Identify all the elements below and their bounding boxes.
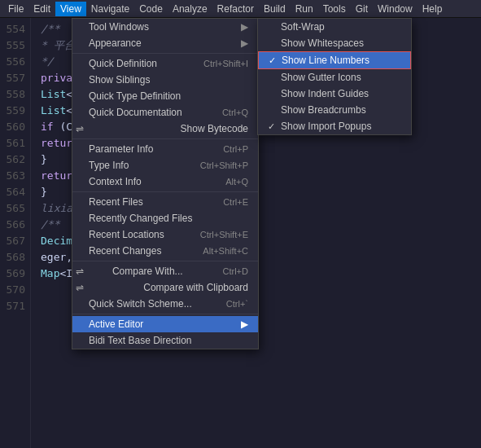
menu-item-compare-clipboard[interactable]: ⇌ Compare with Clipboard [72, 279, 258, 296]
menu-file[interactable]: File [3, 2, 28, 16]
recently-changed-label: Recently Changed Files [89, 213, 192, 224]
bytecode-icon: ⇌ [76, 123, 89, 134]
menu-item-parameter-info[interactable]: Parameter Info Ctrl+P [72, 141, 258, 157]
menu-item-recent-changes[interactable]: Recent Changes Alt+Shift+C [72, 243, 258, 259]
menu-analyze[interactable]: Analyze [168, 2, 212, 16]
parameter-info-label: Parameter Info [89, 143, 153, 155]
menu-navigate[interactable]: Navigate [86, 2, 134, 16]
show-import-popups-label: Show Import Popups [281, 121, 371, 132]
menu-item-tool-windows[interactable]: Tool Windows ▶ [72, 19, 258, 35]
menu-item-quick-doc[interactable]: Quick Documentation Ctrl+Q [72, 104, 258, 121]
submenu-show-indent-guides[interactable]: Show Indent Guides [258, 86, 411, 102]
context-info-label: Context Info [89, 176, 142, 187]
show-gutter-icons-check [268, 72, 281, 82]
tool-windows-label: Tool Windows [89, 21, 149, 33]
active-editor-submenu: Soft-Wrap Show Whitespaces ✓ Show Line N… [257, 18, 412, 135]
separator [72, 138, 258, 139]
submenu-show-gutter-icons[interactable]: Show Gutter Icons [258, 69, 411, 86]
show-line-numbers-check: ✓ [269, 55, 282, 66]
quick-definition-shortcut: Ctrl+Shift+I [203, 59, 248, 68]
recent-changes-shortcut: Alt+Shift+C [203, 246, 248, 256]
separator [72, 53, 258, 54]
submenu-show-line-numbers[interactable]: ✓ Show Line Numbers [258, 51, 411, 69]
separator [72, 314, 258, 314]
menu-view[interactable]: View [55, 2, 86, 16]
compare-clipboard-icon: ⇌ [76, 282, 89, 293]
menubar: File Edit View Navigate Code Analyze Ref… [0, 0, 481, 18]
compare-clipboard-label: Compare with Clipboard [143, 282, 248, 293]
menu-code[interactable]: Code [134, 2, 168, 16]
menu-run[interactable]: Run [291, 2, 318, 16]
type-info-shortcut: Ctrl+Shift+P [200, 160, 248, 170]
show-bytecode-label: Show Bytecode [181, 123, 248, 134]
type-info-label: Type Info [89, 160, 129, 171]
parameter-info-shortcut: Ctrl+P [223, 144, 248, 154]
recent-locations-shortcut: Ctrl+Shift+E [200, 230, 248, 239]
menu-item-context-info[interactable]: Context Info Alt+Q [72, 173, 258, 190]
soft-wrap-label: Soft-Wrap [281, 21, 325, 33]
menu-item-recent-locations[interactable]: Recent Locations Ctrl+Shift+E [72, 226, 258, 243]
separator [72, 191, 258, 192]
arrow-icon: ▶ [241, 37, 248, 49]
compare-icon: ⇌ [76, 266, 89, 277]
menu-item-recent-files[interactable]: Recent Files Ctrl+E [72, 194, 258, 210]
menu-build[interactable]: Build [259, 2, 291, 16]
context-info-shortcut: Alt+Q [225, 177, 248, 187]
quick-type-label: Quick Type Definition [89, 90, 181, 102]
quick-doc-shortcut: Ctrl+Q [222, 108, 248, 117]
submenu-show-whitespaces[interactable]: Show Whitespaces [258, 35, 411, 51]
separator [72, 261, 258, 261]
menu-refactor[interactable]: Refactor [212, 2, 259, 16]
show-breadcrumbs-check [268, 105, 281, 115]
line-numbers: 554555556557 558559560561 562563564565 5… [0, 18, 31, 448]
active-editor-label: Active Editor [89, 318, 143, 330]
menu-item-quick-definition[interactable]: Quick Definition Ctrl+Shift+I [72, 55, 258, 72]
menu-item-active-editor[interactable]: Active Editor ▶ [72, 316, 258, 332]
recent-locations-label: Recent Locations [89, 229, 164, 240]
menu-item-type-info[interactable]: Type Info Ctrl+Shift+P [72, 157, 258, 173]
recent-files-shortcut: Ctrl+E [223, 197, 248, 207]
compare-with-label: Compare With... [112, 266, 183, 277]
submenu-show-breadcrumbs[interactable]: Show Breadcrumbs [258, 102, 411, 118]
show-indent-guides-check [268, 89, 281, 99]
show-whitespaces-check [268, 38, 281, 48]
bidi-label: Bidi Text Base Direction [89, 335, 192, 346]
active-editor-arrow-icon: ▶ [241, 318, 248, 330]
view-menu: Tool Windows ▶ Appearance ▶ Quick Defini… [72, 18, 259, 349]
menu-item-bidi[interactable]: Bidi Text Base Direction [72, 332, 258, 349]
quick-doc-label: Quick Documentation [89, 107, 182, 118]
show-siblings-label: Show Siblings [89, 74, 150, 86]
menu-item-quick-switch[interactable]: Quick Switch Scheme... Ctrl+` [72, 296, 258, 312]
show-breadcrumbs-label: Show Breadcrumbs [281, 104, 366, 116]
submenu-soft-wrap[interactable]: Soft-Wrap [258, 19, 411, 35]
menu-window[interactable]: Window [373, 2, 418, 16]
quick-switch-shortcut: Ctrl+` [226, 299, 248, 309]
arrow-icon: ▶ [241, 21, 248, 33]
submenu-show-import-popups[interactable]: ✓ Show Import Popups [258, 118, 411, 134]
menu-item-compare-with[interactable]: ⇌ Compare With... Ctrl+D [72, 263, 258, 279]
menu-item-appearance[interactable]: Appearance ▶ [72, 35, 258, 51]
menu-item-show-bytecode[interactable]: ⇌ Show Bytecode [72, 121, 258, 137]
appearance-label: Appearance [89, 37, 142, 49]
quick-switch-label: Quick Switch Scheme... [89, 298, 192, 310]
menu-item-show-siblings[interactable]: Show Siblings [72, 72, 258, 88]
menu-tools[interactable]: Tools [318, 2, 351, 16]
recent-files-label: Recent Files [89, 196, 143, 208]
soft-wrap-check [268, 22, 281, 32]
recent-changes-label: Recent Changes [89, 245, 161, 257]
show-import-popups-check: ✓ [268, 121, 281, 132]
show-gutter-icons-label: Show Gutter Icons [281, 72, 361, 83]
menu-help[interactable]: Help [418, 2, 448, 16]
menu-item-quick-type[interactable]: Quick Type Definition [72, 88, 258, 104]
menu-item-recently-changed[interactable]: Recently Changed Files [72, 210, 258, 226]
quick-definition-label: Quick Definition [89, 58, 157, 69]
show-whitespaces-label: Show Whitespaces [281, 37, 364, 49]
show-indent-guides-label: Show Indent Guides [281, 88, 369, 99]
menu-git[interactable]: Git [351, 2, 373, 16]
compare-with-shortcut: Ctrl+D [223, 266, 248, 276]
show-line-numbers-label: Show Line Numbers [282, 55, 369, 66]
menu-edit[interactable]: Edit [28, 2, 55, 16]
